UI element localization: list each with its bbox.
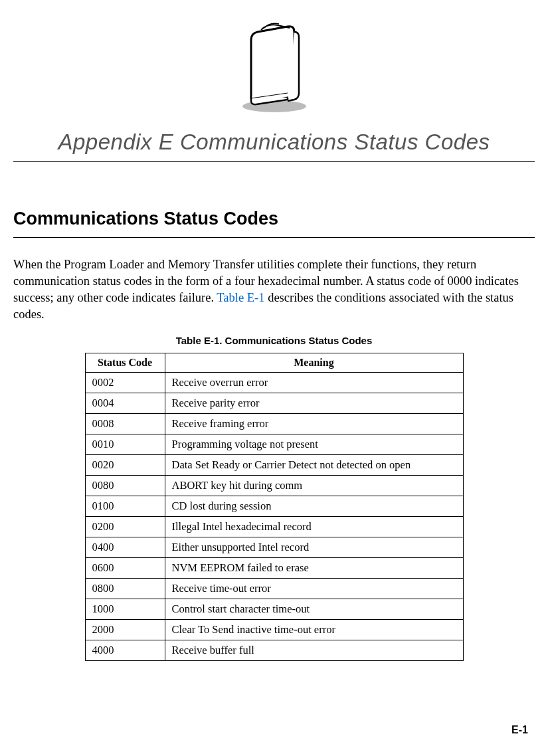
cell-status-code: 0800 (85, 578, 165, 599)
cell-status-code: 4000 (85, 640, 165, 660)
cell-meaning: Programming voltage not present (165, 434, 463, 454)
cell-status-code: 0600 (85, 557, 165, 578)
table-row: 1000Control start character time-out (85, 599, 463, 619)
cell-status-code: 2000 (85, 619, 165, 640)
cell-meaning: Data Set Ready or Carrier Detect not det… (165, 454, 463, 475)
table-row: 0004Receive parity error (85, 393, 463, 413)
header-meaning: Meaning (165, 353, 463, 372)
cell-status-code: 0080 (85, 475, 165, 496)
cell-status-code: 1000 (85, 599, 165, 619)
section-heading: Communications Status Codes (13, 209, 535, 229)
table-row: 0600NVM EEPROM failed to erase (85, 557, 463, 578)
cell-meaning: NVM EEPROM failed to erase (165, 557, 463, 578)
cell-status-code: 0200 (85, 516, 165, 537)
table-row: 0400Either unsupported Intel record (85, 537, 463, 557)
table-row: 0080ABORT key hit during comm (85, 475, 463, 496)
table-row: 0010Programming voltage not present (85, 434, 463, 454)
cell-meaning: Clear To Send inactive time-out error (165, 619, 463, 640)
table-header-row: Status Code Meaning (85, 353, 463, 372)
cell-meaning: Receive time-out error (165, 578, 463, 599)
appendix-title: Appendix E Communications Status Codes (13, 130, 535, 155)
cell-meaning: Receive parity error (165, 393, 463, 413)
cell-status-code: 0100 (85, 496, 165, 516)
table-row: 0800Receive time-out error (85, 578, 463, 599)
table-row: 4000Receive buffer full (85, 640, 463, 660)
table-row: 0200Illegal Intel hexadecimal record (85, 516, 463, 537)
cell-meaning: Control start character time-out (165, 599, 463, 619)
table-row: 0020Data Set Ready or Carrier Detect not… (85, 454, 463, 475)
page-number: E-1 (511, 724, 528, 736)
cell-status-code: 0004 (85, 393, 165, 413)
table-row: 2000Clear To Send inactive time-out erro… (85, 619, 463, 640)
table-body: 0002Receive overrun error0004Receive par… (85, 372, 463, 660)
table-row: 0008Receive framing error (85, 413, 463, 434)
cell-meaning: ABORT key hit during comm (165, 475, 463, 496)
cell-meaning: Illegal Intel hexadecimal record (165, 516, 463, 537)
table-row: 0002Receive overrun error (85, 372, 463, 393)
cell-status-code: 0020 (85, 454, 165, 475)
cell-meaning: Receive buffer full (165, 640, 463, 660)
cell-status-code: 0010 (85, 434, 165, 454)
cell-status-code: 0002 (85, 372, 165, 393)
status-codes-table: Status Code Meaning 0002Receive overrun … (85, 353, 464, 661)
book-icon (231, 20, 318, 116)
table-row: 0100CD lost during session (85, 496, 463, 516)
cell-meaning: Receive framing error (165, 413, 463, 434)
cell-meaning: Either unsupported Intel record (165, 537, 463, 557)
cell-meaning: CD lost during session (165, 496, 463, 516)
cell-status-code: 0008 (85, 413, 165, 434)
table-reference-link[interactable]: Table E-1 (217, 291, 264, 304)
title-rule (13, 161, 535, 162)
cell-meaning: Receive overrun error (165, 372, 463, 393)
section-rule (13, 237, 535, 238)
section-body: When the Program Loader and Memory Trans… (13, 256, 535, 323)
table-caption: Table E-1. Communications Status Codes (13, 335, 535, 346)
header-status-code: Status Code (85, 353, 165, 372)
cell-status-code: 0400 (85, 537, 165, 557)
